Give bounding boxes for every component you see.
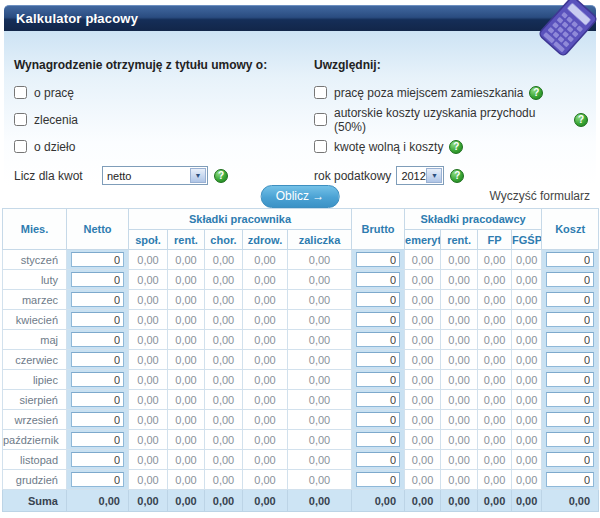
employee-contribution-value: 0,00 [243, 330, 288, 350]
brutto-input[interactable] [356, 272, 400, 287]
koszt-input[interactable] [546, 372, 594, 387]
employee-contribution-value: 0,00 [205, 410, 243, 430]
brutto-input[interactable] [356, 352, 400, 367]
brutto-input[interactable] [356, 412, 400, 427]
tax-year-row: rok podatkowy 2012 ▼ ? [314, 166, 588, 185]
help-icon[interactable]: ? [529, 86, 543, 100]
contract-heading: Wynagrodzenie otrzymuję z tytułu umowy o… [14, 58, 314, 72]
koszt-cell [542, 310, 599, 330]
netto-input[interactable] [71, 432, 124, 447]
brutto-cell [352, 250, 405, 270]
brutto-input[interactable] [356, 312, 400, 327]
netto-input[interactable] [71, 392, 124, 407]
brutto-input[interactable] [356, 292, 400, 307]
koszt-input[interactable] [546, 412, 594, 427]
table-body: styczeń0,000,000,000,000,000,000,000,000… [3, 250, 599, 512]
employee-contribution-value: 0,00 [168, 390, 205, 410]
netto-input[interactable] [71, 332, 124, 347]
netto-input[interactable] [71, 312, 124, 327]
employee-contribution-value: 0,00 [288, 410, 352, 430]
employee-contribution-value: 0,00 [243, 450, 288, 470]
checkbox-o-prace[interactable] [14, 86, 27, 99]
koszt-input[interactable] [546, 392, 594, 407]
employer-contribution-value: 0,00 [478, 410, 512, 430]
help-icon[interactable]: ? [574, 113, 588, 127]
employer-contribution-value: 0,00 [512, 450, 542, 470]
koszt-input[interactable] [546, 252, 594, 267]
brutto-cell [352, 370, 405, 390]
employee-contribution-value: 0,00 [168, 470, 205, 490]
chevron-down-icon: ▼ [426, 168, 442, 183]
employee-contribution-value: 0,00 [205, 390, 243, 410]
netto-input[interactable] [71, 452, 124, 467]
koszt-cell [542, 370, 599, 390]
brutto-input[interactable] [356, 372, 400, 387]
employee-contribution-value: 0,00 [205, 290, 243, 310]
tax-year-select[interactable]: 2012 ▼ [396, 166, 444, 185]
checkbox-kwota-wolna[interactable] [314, 140, 327, 153]
help-icon[interactable]: ? [450, 169, 464, 183]
koszt-input[interactable] [546, 312, 594, 327]
help-icon[interactable]: ? [449, 140, 463, 154]
checkbox-poza-miejscem[interactable] [314, 86, 327, 99]
netto-input[interactable] [71, 412, 124, 427]
employer-contribution-value: 0,00 [441, 450, 478, 470]
koszt-cell [542, 430, 599, 450]
koszt-input[interactable] [546, 292, 594, 307]
employee-contribution-value: 0,00 [243, 250, 288, 270]
employer-contribution-value: 0,00 [405, 330, 441, 350]
checkbox-o-dzielo[interactable] [14, 140, 27, 153]
netto-input[interactable] [71, 352, 124, 367]
employer-contribution-value: 0,00 [512, 350, 542, 370]
table-row: luty0,000,000,000,000,000,000,000,000,00 [3, 270, 599, 290]
koszt-input[interactable] [546, 352, 594, 367]
employer-contribution-value: 0,00 [512, 310, 542, 330]
checkbox-row-o-dzielo: o dzieło [14, 139, 314, 154]
employer-contribution-value: 0,00 [405, 450, 441, 470]
calculate-button[interactable]: Oblicz → [261, 185, 340, 208]
salary-table: Mies. Netto Składki pracownika Brutto Sk… [2, 208, 599, 512]
employee-contribution-value: 0,00 [129, 250, 168, 270]
koszt-input[interactable] [546, 452, 594, 467]
suma-employee-value: 0,00 [129, 490, 168, 512]
help-icon[interactable]: ? [214, 169, 228, 183]
employee-contribution-value: 0,00 [168, 290, 205, 310]
netto-input[interactable] [71, 272, 124, 287]
netto-input[interactable] [71, 372, 124, 387]
contract-type-section: Wynagrodzenie otrzymuję z tytułu umowy o… [14, 58, 314, 185]
employee-contribution-value: 0,00 [205, 350, 243, 370]
form-area: Wynagrodzenie otrzymuję z tytułu umowy o… [4, 31, 596, 185]
amount-type-select[interactable]: netto ▼ [102, 166, 208, 185]
netto-input[interactable] [71, 472, 124, 487]
brutto-input[interactable] [356, 472, 400, 487]
checkbox-zlecenia[interactable] [14, 113, 27, 126]
koszt-input[interactable] [546, 432, 594, 447]
employee-contribution-value: 0,00 [168, 250, 205, 270]
koszt-cell [542, 410, 599, 430]
checkbox-autorskie-koszty[interactable] [314, 113, 327, 126]
brutto-input[interactable] [356, 252, 400, 267]
checkbox-label: zlecenia [34, 113, 78, 127]
employee-contribution-value: 0,00 [205, 370, 243, 390]
netto-input[interactable] [71, 292, 124, 307]
koszt-input[interactable] [546, 472, 594, 487]
brutto-input[interactable] [356, 432, 400, 447]
koszt-input[interactable] [546, 332, 594, 347]
employer-contribution-value: 0,00 [405, 350, 441, 370]
month-label: sierpień [3, 390, 67, 410]
brutto-input[interactable] [356, 332, 400, 347]
checkbox-label: o pracę [34, 86, 74, 100]
employee-contribution-value: 0,00 [129, 410, 168, 430]
brutto-input[interactable] [356, 392, 400, 407]
month-label: październik [3, 430, 67, 450]
checkbox-label: autorskie koszty uzyskania przychodu (50… [334, 106, 568, 134]
netto-input[interactable] [71, 252, 124, 267]
koszt-input[interactable] [546, 272, 594, 287]
employee-contribution-value: 0,00 [288, 370, 352, 390]
clear-form-link[interactable]: Wyczyść formularz [489, 189, 590, 203]
employee-contribution-value: 0,00 [205, 330, 243, 350]
table-row: wrzesień0,000,000,000,000,000,000,000,00… [3, 410, 599, 430]
employer-contribution-value: 0,00 [441, 270, 478, 290]
brutto-input[interactable] [356, 452, 400, 467]
brutto-cell [352, 450, 405, 470]
